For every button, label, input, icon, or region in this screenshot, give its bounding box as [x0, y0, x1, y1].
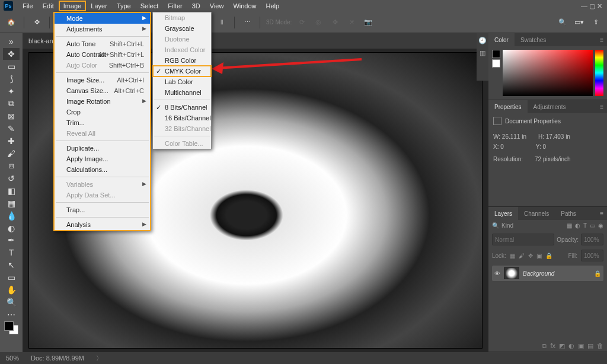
lock-nest-icon[interactable]: ▣ [536, 253, 542, 259]
wand-tool[interactable]: ✦ [3, 85, 20, 97]
color-panel-menu-icon[interactable]: ≡ [596, 37, 607, 43]
hand-tool[interactable]: ✋ [3, 284, 20, 296]
color-swatch[interactable] [4, 321, 18, 334]
lock-all-icon[interactable]: 🔒 [545, 253, 552, 259]
gradient-tool[interactable]: ▦ [3, 197, 20, 209]
tab-adjustments[interactable]: Adjustments [528, 100, 572, 113]
menu-item[interactable]: Crop [55, 107, 150, 117]
menu-select[interactable]: Select [136, 1, 164, 11]
menu-item[interactable]: Analysis▶ [55, 219, 150, 230]
tab-color[interactable]: Color [488, 33, 515, 46]
lasso-tool[interactable]: ⟆ [3, 73, 20, 85]
type-tool[interactable]: T [3, 247, 20, 258]
menu-item[interactable]: Canvas Size...Alt+Ctrl+C [55, 85, 150, 96]
history-panel-icon[interactable]: 🕘 [478, 37, 487, 44]
share-icon[interactable]: ⇪ [589, 16, 602, 29]
stamp-tool[interactable]: ⧈ [3, 160, 20, 172]
color-field[interactable] [503, 50, 593, 96]
filter-shape-icon[interactable]: ▭ [590, 222, 595, 229]
more-icon[interactable]: ⋯ [241, 16, 254, 29]
menu-type[interactable]: Type [112, 1, 136, 11]
lock-pos-icon[interactable]: ✥ [528, 253, 533, 259]
menu-item[interactable]: Adjustments▶ [55, 24, 150, 34]
adjustment-layer-icon[interactable]: ◐ [568, 342, 574, 350]
fg-swatch[interactable] [492, 50, 500, 58]
group-icon[interactable]: ▣ [578, 342, 584, 350]
menu-item[interactable]: Trim... [55, 117, 150, 128]
filter-adjust-icon[interactable]: ◐ [575, 222, 580, 229]
menu-item[interactable]: Mode▶ [55, 13, 150, 24]
distribute-4-icon[interactable]: ⫴ [215, 16, 228, 29]
submenu-item[interactable]: Multichannel [153, 87, 211, 98]
layer-fx-icon[interactable]: fx [550, 342, 555, 350]
submenu-item[interactable]: 16 Bits/Channel [153, 113, 211, 123]
menu-item[interactable]: Calculations... [55, 164, 150, 175]
move-tool-icon[interactable]: ✥ [30, 16, 43, 29]
panel-icon[interactable]: ▥ [480, 49, 485, 57]
search-icon[interactable]: 🔍 [556, 16, 569, 29]
tab-swatches[interactable]: Swatches [515, 33, 552, 46]
menu-window[interactable]: Window [228, 1, 261, 11]
window-minimize[interactable]: — [581, 2, 587, 9]
menu-item[interactable]: Trap... [55, 205, 150, 215]
layer-thumbnail[interactable] [504, 267, 519, 279]
history-brush-tool[interactable]: ↺ [3, 173, 20, 184]
layer-mask-icon[interactable]: ◩ [559, 342, 565, 350]
layer-filter-kind[interactable] [501, 222, 525, 229]
new-layer-icon[interactable]: ▤ [587, 342, 593, 350]
zoom-tool[interactable]: 🔍 [3, 296, 20, 308]
zoom-level[interactable]: 50% [6, 355, 19, 362]
frame-tool[interactable]: ⊠ [3, 110, 20, 122]
filter-pixel-icon[interactable]: ▦ [567, 222, 572, 229]
layers-panel-menu-icon[interactable]: ≡ [596, 210, 607, 217]
lock-trans-icon[interactable]: ▦ [510, 253, 515, 259]
3d-orbit-icon[interactable]: ⟳ [295, 16, 308, 29]
submenu-item[interactable]: RGB Color [153, 55, 211, 66]
3d-slide-icon[interactable]: ⤧ [345, 16, 358, 29]
menu-filter[interactable]: Filter [163, 1, 187, 11]
opacity-input[interactable]: 100% [581, 234, 603, 245]
filter-type-icon[interactable]: T [583, 222, 587, 229]
lock-paint-icon[interactable]: 🖌 [519, 253, 525, 259]
window-close[interactable]: ✕ [597, 2, 602, 9]
window-maximize[interactable]: ▢ [589, 2, 595, 9]
menu-edit[interactable]: Edit [38, 1, 59, 11]
properties-panel-menu-icon[interactable]: ≡ [596, 104, 607, 110]
workspace-icon[interactable]: ▭▾ [573, 16, 586, 29]
menu-layer[interactable]: Layer [86, 1, 112, 11]
eyedropper-tool[interactable]: ✎ [3, 123, 20, 135]
menu-3d[interactable]: 3D [187, 1, 205, 11]
dodge-tool[interactable]: ◐ [3, 222, 20, 234]
menu-item[interactable]: Auto ToneShift+Ctrl+L [55, 39, 150, 49]
path-tool[interactable]: ↖ [3, 259, 20, 271]
menu-view[interactable]: View [205, 1, 229, 11]
crop-tool[interactable]: ⧉ [3, 98, 20, 110]
shape-tool[interactable]: ▭ [3, 272, 20, 283]
edit-toolbar-icon[interactable]: ⋯ [3, 309, 20, 321]
submenu-item[interactable]: CMYK Color [153, 66, 211, 76]
layer-search-icon[interactable]: 🔍 [492, 222, 499, 229]
link-layers-icon[interactable]: ⧉ [542, 342, 547, 350]
3d-pan-icon[interactable]: ✥ [328, 16, 341, 29]
move-tool[interactable]: ✥ [3, 48, 20, 60]
submenu-item[interactable]: Lab Color [153, 76, 211, 87]
marquee-tool[interactable]: ▭ [3, 60, 20, 72]
filter-smart-icon[interactable]: ◉ [598, 222, 603, 229]
layer-name[interactable]: Background [523, 270, 554, 277]
delete-layer-icon[interactable]: 🗑 [597, 342, 603, 350]
heal-tool[interactable]: ✚ [3, 135, 20, 147]
3d-roll-icon[interactable]: ◎ [312, 16, 325, 29]
menu-image[interactable]: Image [59, 1, 87, 11]
menu-item[interactable]: Apply Image... [55, 154, 150, 164]
fg-color[interactable] [4, 321, 14, 331]
tab-channels[interactable]: Channels [518, 207, 555, 220]
3d-camera-icon[interactable]: 📷 [362, 16, 375, 29]
submenu-item[interactable]: 8 Bits/Channel [153, 102, 211, 113]
layer-row[interactable]: 👁 Background 🔒 [492, 266, 603, 281]
eraser-tool[interactable]: ◧ [3, 185, 20, 197]
tab-properties[interactable]: Properties [488, 100, 528, 113]
hue-slider[interactable] [595, 50, 603, 96]
menu-item[interactable]: Image Rotation▶ [55, 96, 150, 107]
doc-size[interactable]: Doc: 8.99M/8.99M [31, 355, 84, 362]
menu-file[interactable]: File [18, 1, 38, 11]
